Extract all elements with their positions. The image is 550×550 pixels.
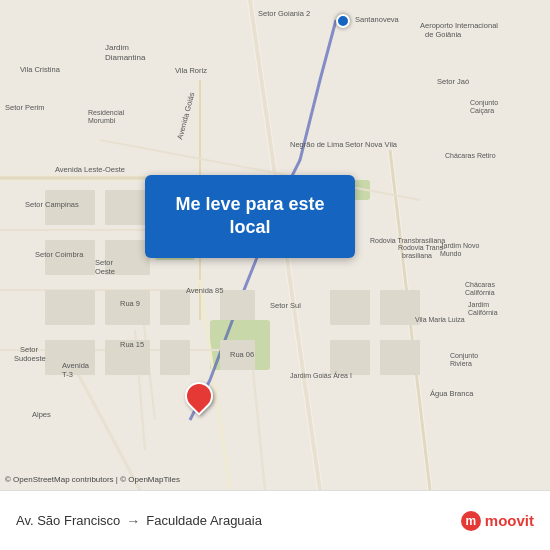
svg-text:Rua 06: Rua 06: [230, 350, 254, 359]
svg-text:Setor Sul: Setor Sul: [270, 301, 301, 310]
svg-text:Jardim Goiás Área I: Jardim Goiás Área I: [290, 371, 352, 379]
svg-text:Chácaras: Chácaras: [465, 281, 495, 288]
svg-text:Setor Coimbra: Setor Coimbra: [35, 250, 84, 259]
svg-text:Vila Maria Luiza: Vila Maria Luiza: [415, 316, 465, 323]
svg-text:de Goiânia: de Goiânia: [425, 30, 462, 39]
bottom-bar: Av. São Francisco → Faculdade Araguaia m…: [0, 490, 550, 550]
svg-text:Jardim Novo: Jardim Novo: [440, 242, 479, 249]
current-location-pin: [185, 382, 209, 412]
svg-text:Riviera: Riviera: [450, 360, 472, 367]
svg-text:Diamantina: Diamantina: [105, 53, 146, 62]
svg-text:Aeroporto Internacional: Aeroporto Internacional: [420, 21, 498, 30]
svg-text:T-3: T-3: [62, 370, 73, 379]
svg-text:Conjunto: Conjunto: [450, 352, 478, 360]
svg-text:Alpes: Alpes: [32, 410, 51, 419]
svg-text:Sudoeste: Sudoeste: [14, 354, 46, 363]
moovit-logo: m moovit: [461, 511, 534, 531]
svg-text:Setor Jaó: Setor Jaó: [437, 77, 469, 86]
navigate-button[interactable]: Me leve para este local: [145, 175, 355, 258]
svg-text:Mundo: Mundo: [440, 250, 462, 257]
svg-text:Vila Cristina: Vila Cristina: [20, 65, 61, 74]
svg-rect-26: [45, 290, 95, 325]
svg-text:Santanoveva: Santanoveva: [355, 15, 400, 24]
svg-text:Vila Roriz: Vila Roriz: [175, 66, 207, 75]
route-info: Av. São Francisco → Faculdade Araguaia: [16, 513, 262, 529]
svg-text:Setor Nova Vila: Setor Nova Vila: [345, 140, 398, 149]
moovit-icon: m: [461, 511, 481, 531]
svg-rect-36: [330, 340, 370, 375]
svg-rect-30: [160, 290, 190, 325]
svg-text:brasiliana: brasiliana: [402, 252, 432, 259]
svg-text:Morumbi: Morumbi: [88, 117, 116, 124]
svg-text:Califórnia: Califórnia: [468, 309, 498, 316]
destination-marker: [336, 14, 350, 28]
svg-text:Negrão de Lima: Negrão de Lima: [290, 140, 344, 149]
svg-text:Caiçara: Caiçara: [470, 107, 494, 115]
svg-rect-37: [380, 340, 420, 375]
svg-text:Jardim: Jardim: [105, 43, 129, 52]
svg-text:Chácaras Retiro: Chácaras Retiro: [445, 152, 496, 159]
svg-text:Califórnia: Califórnia: [465, 289, 495, 296]
svg-text:Rodovia Transbrasiliana: Rodovia Transbrasiliana: [370, 237, 445, 244]
svg-rect-32: [220, 290, 255, 320]
svg-text:Água Branca: Água Branca: [430, 389, 474, 398]
svg-text:Setor: Setor: [20, 345, 38, 354]
destination-label: Faculdade Araguaia: [146, 513, 262, 528]
moovit-brand-text: moovit: [485, 512, 534, 529]
map-container: Jardim Diamantina Vila Cristina Vila Ror…: [0, 0, 550, 490]
svg-text:Setor Perim: Setor Perim: [5, 103, 45, 112]
svg-text:Avenida: Avenida: [62, 361, 90, 370]
svg-text:Rodovia Trans-: Rodovia Trans-: [398, 244, 446, 251]
svg-text:Setor: Setor: [95, 258, 113, 267]
svg-rect-35: [380, 290, 420, 325]
svg-text:Rua 9: Rua 9: [120, 299, 140, 308]
svg-rect-31: [160, 340, 190, 375]
svg-text:Rua 15: Rua 15: [120, 340, 144, 349]
svg-text:Avenida 85: Avenida 85: [186, 286, 223, 295]
svg-text:© OpenStreetMap contributors |: © OpenStreetMap contributors | © OpenMap…: [5, 475, 180, 484]
svg-text:Setor Campinas: Setor Campinas: [25, 200, 79, 209]
svg-text:Residencial: Residencial: [88, 109, 125, 116]
svg-text:Setor Goiania 2: Setor Goiania 2: [258, 9, 310, 18]
svg-rect-34: [330, 290, 370, 325]
svg-text:Oeste: Oeste: [95, 267, 115, 276]
svg-text:Jardim: Jardim: [468, 301, 489, 308]
origin-label: Av. São Francisco: [16, 513, 120, 528]
route-arrow-icon: →: [126, 513, 140, 529]
svg-text:Conjunto: Conjunto: [470, 99, 498, 107]
svg-text:Avenida Leste-Oeste: Avenida Leste-Oeste: [55, 165, 125, 174]
